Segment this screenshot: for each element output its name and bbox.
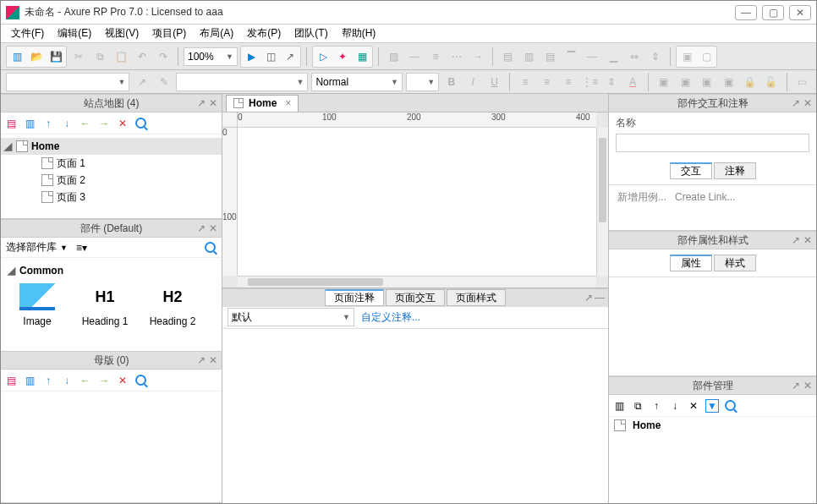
outline-down-icon[interactable]: ↓ <box>668 399 682 413</box>
search-widgets-icon[interactable] <box>205 242 217 254</box>
text-align-left-icon[interactable]: ≡ <box>516 73 534 91</box>
order-back-icon[interactable]: ▣ <box>719 73 737 91</box>
outline-up-icon[interactable]: ↑ <box>650 399 663 413</box>
annotation-select[interactable]: 默认▼ <box>228 308 354 326</box>
undo-icon[interactable]: ↶ <box>133 47 151 66</box>
align-right-icon[interactable]: ▤ <box>540 47 559 66</box>
panel-expand-icon[interactable]: ↗ <box>196 97 206 109</box>
outline-copy-icon[interactable]: ⧉ <box>631 399 644 413</box>
tree-page-3[interactable]: 页面 3 <box>1 189 222 205</box>
paste-icon[interactable]: 📋 <box>112 47 130 66</box>
align-top-icon[interactable]: ▔ <box>562 47 580 66</box>
add-folder-icon[interactable]: ▥ <box>23 117 36 130</box>
tree-page-1[interactable]: 页面 1 <box>1 155 222 172</box>
bold-icon[interactable]: B <box>442 73 460 91</box>
share-icon[interactable]: ✦ <box>333 47 352 66</box>
tab-page-style[interactable]: 页面样式 <box>447 289 506 306</box>
unlock-icon[interactable]: 🔓 <box>762 73 780 91</box>
master-down-icon[interactable]: ↓ <box>60 374 74 387</box>
outline-root[interactable]: Home <box>609 417 816 434</box>
order-backward-icon[interactable]: ▣ <box>698 73 716 91</box>
align-bot-icon[interactable]: ▁ <box>604 47 622 66</box>
tab-interact[interactable]: 交互 <box>670 162 712 179</box>
connector-mode-icon[interactable]: ↗ <box>281 47 299 66</box>
zoom-combo[interactable]: 100% ▼ <box>184 47 238 66</box>
tab-properties[interactable]: 属性 <box>670 255 712 271</box>
panel-expand-icon[interactable]: ↗ <box>791 97 801 109</box>
widget-category[interactable]: ◢ Common <box>8 265 215 277</box>
text-align-right-icon[interactable]: ≡ <box>559 73 577 91</box>
master-outdent-icon[interactable]: ← <box>79 374 92 387</box>
canvas-tab-home[interactable]: Home × <box>226 95 299 112</box>
delete-page-icon[interactable]: ✕ <box>116 117 129 130</box>
select-mode-icon[interactable]: ▶ <box>242 47 260 66</box>
tree-page-2[interactable]: 页面 2 <box>1 172 222 189</box>
dist-v-icon[interactable]: ⇕ <box>646 47 665 66</box>
style-paint-icon[interactable]: ✎ <box>155 73 173 91</box>
cut-icon[interactable]: ✂ <box>69 47 88 66</box>
panel-expand-icon[interactable]: ↗ <box>196 354 206 366</box>
add-case-link[interactable]: 新增用例... <box>617 191 666 203</box>
panel-close-icon[interactable]: ✕ <box>803 234 813 246</box>
redo-icon[interactable]: ↷ <box>154 47 173 66</box>
add-master-folder-icon[interactable]: ▥ <box>23 374 36 387</box>
menu-publish[interactable]: 发布(P) <box>242 25 286 42</box>
arrow-icon[interactable]: → <box>469 47 487 66</box>
panel-collapse-icon[interactable]: — <box>595 292 605 304</box>
minimize-button[interactable]: — <box>735 5 757 20</box>
footnote-icon[interactable]: ▭ <box>793 73 811 91</box>
new-file-icon[interactable]: ▥ <box>8 47 26 66</box>
select-contained-icon[interactable]: ◫ <box>261 47 280 66</box>
menu-view[interactable]: 视图(V) <box>100 25 144 42</box>
widget-item-h2[interactable]: H2 Heading 2 <box>143 283 202 327</box>
add-master-icon[interactable]: ▤ <box>4 374 18 387</box>
line-width-icon[interactable]: ≡ <box>426 47 445 66</box>
bullets-icon[interactable]: ⋮≡ <box>581 73 599 91</box>
widget-style-combo[interactable]: ▼ <box>6 73 129 91</box>
close-button[interactable]: ✕ <box>789 5 811 20</box>
style-apply-icon[interactable]: ↗ <box>133 73 151 91</box>
outline-filter-icon[interactable]: ▼ <box>705 399 719 413</box>
line-height-icon[interactable]: ⇕ <box>602 73 620 91</box>
canvas-area[interactable] <box>238 128 596 276</box>
maximize-button[interactable]: ▢ <box>762 5 784 20</box>
panel-close-icon[interactable]: ✕ <box>803 380 813 392</box>
fill-icon[interactable]: ▨ <box>384 47 403 66</box>
panel-expand-icon[interactable]: ↗ <box>791 234 801 246</box>
ungroup-icon[interactable]: ▢ <box>697 47 716 66</box>
font-color-icon[interactable]: A <box>624 73 642 91</box>
menu-file[interactable]: 文件(F) <box>6 25 49 42</box>
indent-icon[interactable]: → <box>97 117 111 130</box>
scrollbar-vertical[interactable] <box>596 128 608 276</box>
preview-icon[interactable]: ▷ <box>314 47 332 66</box>
align-mid-icon[interactable]: ― <box>583 47 601 66</box>
close-tab-icon[interactable]: × <box>285 97 291 109</box>
panel-close-icon[interactable]: ✕ <box>803 97 813 109</box>
panel-close-icon[interactable]: ✕ <box>208 222 218 234</box>
tab-page-notes[interactable]: 页面注释 <box>325 289 384 306</box>
order-forward-icon[interactable]: ▣ <box>676 73 694 91</box>
search-sitemap-icon[interactable] <box>134 117 148 130</box>
menu-layout[interactable]: 布局(A) <box>195 25 239 42</box>
panel-close-icon[interactable]: ✕ <box>208 97 218 109</box>
add-page-icon[interactable]: ▤ <box>4 117 18 130</box>
panel-expand-icon[interactable]: ↗ <box>584 292 593 304</box>
dist-h-icon[interactable]: ⇔ <box>625 47 644 66</box>
tab-style[interactable]: 样式 <box>714 255 756 271</box>
outdent-icon[interactable]: ← <box>79 117 92 130</box>
menu-project[interactable]: 项目(P) <box>147 25 191 42</box>
menu-team[interactable]: 团队(T) <box>289 25 332 42</box>
font-family-combo[interactable]: ▼ <box>176 73 308 91</box>
outline-search-icon[interactable] <box>724 399 737 413</box>
scrollbar-horizontal[interactable] <box>238 276 596 288</box>
align-center-icon[interactable]: ▥ <box>519 47 538 66</box>
menu-edit[interactable]: 编辑(E) <box>52 25 96 42</box>
text-align-center-icon[interactable]: ≡ <box>538 73 556 91</box>
widget-item-h1[interactable]: H1 Heading 1 <box>75 283 134 327</box>
panel-expand-icon[interactable]: ↗ <box>196 222 206 234</box>
publish-icon[interactable]: ▦ <box>353 47 371 66</box>
tree-root[interactable]: ◢ Home <box>1 138 222 155</box>
custom-annotation-link[interactable]: 自定义注释... <box>361 310 420 325</box>
italic-icon[interactable]: I <box>464 73 482 91</box>
annotation-body[interactable] <box>222 329 608 504</box>
